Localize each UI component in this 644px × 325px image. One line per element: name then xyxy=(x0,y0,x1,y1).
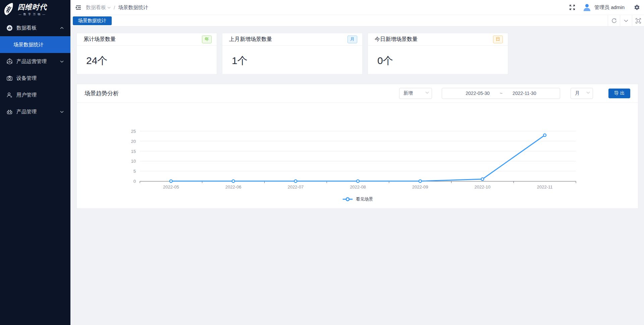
logo-subtitle: — 数 字 万 物 — xyxy=(17,12,47,16)
sidebar-item-product-operations[interactable]: 产品运营管理 xyxy=(0,53,70,70)
granularity-select[interactable]: 月 xyxy=(571,88,593,99)
period-badge-day: 日 xyxy=(493,36,503,43)
breadcrumb-root[interactable]: 数据看板 xyxy=(86,4,111,11)
dashboard-icon xyxy=(6,25,13,31)
sidebar-item-label: 场景数据统计 xyxy=(13,42,44,48)
metric-type-select[interactable]: 新增 xyxy=(399,88,432,99)
user-avatar[interactable] xyxy=(583,3,591,12)
trend-chart-area: 05101520252022-052022-062022-072022-0820… xyxy=(77,103,638,209)
trend-title: 场景趋势分析 xyxy=(85,90,119,97)
legend-label: 看见场景 xyxy=(356,196,373,202)
chevron-down-icon xyxy=(586,92,590,94)
sidebar-item-label: 产品管理 xyxy=(16,109,60,115)
tab-scene-statistics[interactable]: 场景数据统计 xyxy=(73,16,112,25)
gear-icon[interactable] xyxy=(634,4,640,10)
trend-analysis-card: 场景趋势分析 新增 2022-05-30 ~ 2022-11-30 月 xyxy=(76,84,638,209)
sidebar-item-label: 设备管理 xyxy=(16,75,64,82)
svg-text:20: 20 xyxy=(131,139,136,144)
main-content: 累计场景数量 年 24个 上月新增场景数量 月 1个 今日新增场景数量 日 0个… xyxy=(70,26,644,325)
svg-text:2022-09: 2022-09 xyxy=(412,184,428,189)
stat-card-value: 0个 xyxy=(377,54,508,68)
chevron-up-icon xyxy=(60,27,64,29)
stat-card-title: 今日新增场景数量 xyxy=(375,36,418,43)
tab-bar: 场景数据统计 xyxy=(70,15,644,26)
svg-text:2022-11: 2022-11 xyxy=(537,184,553,189)
fullscreen-icon[interactable] xyxy=(569,4,575,10)
sidebar-item-scene-statistics[interactable]: 场景数据统计 xyxy=(0,36,70,53)
collapse-sidebar-icon[interactable] xyxy=(75,4,82,11)
breadcrumb: 数据看板 / 场景数据统计 xyxy=(86,4,148,11)
svg-text:25: 25 xyxy=(131,129,136,134)
stat-card-title: 上月新增场景数量 xyxy=(229,36,272,43)
chevron-down-icon xyxy=(60,111,64,113)
caret-down-icon xyxy=(107,7,111,9)
stat-card-title: 累计场景数量 xyxy=(84,36,116,43)
sidebar-item-dashboard[interactable]: 数据看板 xyxy=(0,19,70,36)
sidebar-item-label: 用户管理 xyxy=(16,92,64,98)
stat-card-last-month: 上月新增场景数量 月 1个 xyxy=(222,33,363,74)
breadcrumb-separator: / xyxy=(114,5,115,10)
stat-cards-row: 累计场景数量 年 24个 上月新增场景数量 月 1个 今日新增场景数量 日 0个 xyxy=(76,33,638,74)
svg-text:2022-07: 2022-07 xyxy=(287,184,304,189)
date-start: 2022-05-30 xyxy=(466,91,490,96)
top-header: 数据看板 / 场景数据统计 管理员 admin xyxy=(70,0,644,15)
chevron-down-icon xyxy=(425,92,429,94)
trend-line-chart: 05101520252022-052022-062022-072022-0820… xyxy=(77,103,639,209)
operations-icon xyxy=(6,58,13,65)
date-range-picker[interactable]: 2022-05-30 ~ 2022-11-30 xyxy=(442,88,560,99)
device-icon xyxy=(6,75,13,82)
sidebar-item-label: 数据看板 xyxy=(16,25,60,31)
date-end: 2022-11-30 xyxy=(513,91,536,96)
sidebar: 四维时代 — 数 字 万 物 — 数据看板 场景数据统计 xyxy=(0,0,70,325)
stat-card-value: 24个 xyxy=(86,54,217,68)
svg-text:2022-06: 2022-06 xyxy=(225,184,241,189)
svg-text:0: 0 xyxy=(133,179,136,184)
sidebar-item-label: 产品运营管理 xyxy=(16,58,60,65)
svg-text:2022-08: 2022-08 xyxy=(350,184,366,189)
legend-item[interactable]: 看见场景 xyxy=(343,196,373,202)
logo-swoosh-icon xyxy=(3,2,16,16)
export-button[interactable]: 导 出 xyxy=(608,89,630,98)
sidebar-item-device-management[interactable]: 设备管理 xyxy=(0,70,70,87)
sidebar-item-product-management[interactable]: 产品管理 xyxy=(0,103,70,120)
svg-text:15: 15 xyxy=(131,149,136,154)
maximize-icon[interactable] xyxy=(632,15,644,26)
user-name[interactable]: 管理员 admin xyxy=(594,4,625,11)
user-icon xyxy=(6,92,13,98)
date-separator: ~ xyxy=(500,91,502,96)
sidebar-item-user-management[interactable]: 用户管理 xyxy=(0,87,70,103)
period-badge-month: 月 xyxy=(347,36,357,43)
product-icon xyxy=(6,109,13,115)
svg-text:2022-05: 2022-05 xyxy=(163,184,179,189)
svg-text:2022-10: 2022-10 xyxy=(475,184,491,189)
breadcrumb-current: 场景数据统计 xyxy=(118,4,148,11)
chevron-down-icon xyxy=(60,60,64,63)
app-logo[interactable]: 四维时代 — 数 字 万 物 — xyxy=(0,0,70,17)
refresh-icon[interactable] xyxy=(608,15,620,26)
legend-line-icon xyxy=(343,197,353,201)
period-badge-year: 年 xyxy=(202,36,212,43)
stat-card-today: 今日新增场景数量 日 0个 xyxy=(368,33,508,74)
sidebar-menu: 数据看板 场景数据统计 产品运营管理 xyxy=(0,19,70,120)
stat-card-value: 1个 xyxy=(232,54,362,68)
logo-title: 四维时代 xyxy=(17,2,47,12)
chevron-down-icon[interactable] xyxy=(620,15,632,26)
stat-card-total: 累计场景数量 年 24个 xyxy=(76,33,217,74)
svg-text:5: 5 xyxy=(133,169,136,174)
svg-text:10: 10 xyxy=(131,159,136,164)
